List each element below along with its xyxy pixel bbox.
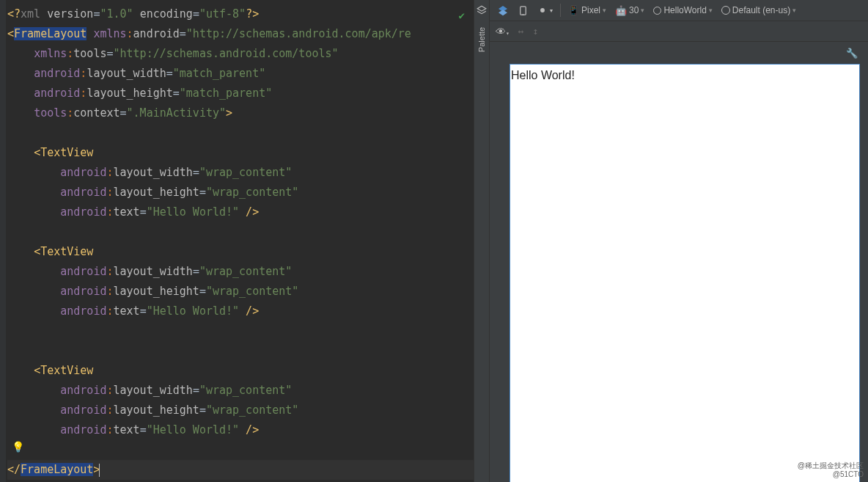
- code-line: android:layout_height="wrap_content": [7, 401, 474, 420]
- code-line: android:layout_width="wrap_content": [7, 262, 474, 282]
- text-caret: [99, 464, 100, 477]
- watermark: @稀土掘金技术社区@51CTO: [798, 461, 864, 479]
- code-line: <FrameLayout xmlns:android="http://schem…: [7, 24, 474, 44]
- code-line: <TextView: [7, 242, 474, 262]
- code-area[interactable]: <?xml version="1.0" encoding="utf-8"?> <…: [0, 0, 474, 480]
- code-line: [7, 341, 474, 361]
- design-canvas[interactable]: 🔧 Hello World! @稀土掘金技术社区@51CTO: [490, 42, 868, 482]
- code-line: android:text="Hello World!" />: [7, 302, 474, 321]
- code-line: xmlns:tools="http://schemas.android.com/…: [7, 44, 474, 64]
- svg-point-4: [540, 8, 545, 12]
- editor-gutter: [0, 0, 6, 482]
- analysis-ok-icon[interactable]: ✔: [459, 6, 465, 26]
- locale-selector[interactable]: Default (en-us): [718, 4, 799, 17]
- palette-tool-window-tab[interactable]: Palette: [474, 0, 490, 482]
- pan-up-icon: ↕: [533, 26, 539, 37]
- preview-textview: Hello World!: [511, 69, 575, 82]
- view-options-icon[interactable]: 🔧: [846, 48, 858, 59]
- visibility-icon[interactable]: 👁▾: [496, 26, 510, 37]
- separator: [560, 4, 561, 17]
- code-line: [7, 321, 474, 341]
- code-line: android:layout_width="wrap_content": [7, 163, 474, 183]
- code-line: android:layout_width="match_parent": [7, 64, 474, 84]
- code-line: <TextView: [7, 143, 474, 163]
- svg-marker-0: [477, 6, 486, 11]
- code-line: [7, 123, 474, 143]
- orientation-icon[interactable]: [515, 4, 532, 18]
- intention-bulb-icon[interactable]: 💡: [12, 437, 24, 457]
- theme-icon: [653, 7, 661, 15]
- pan-left-icon: ↔: [518, 26, 524, 37]
- night-mode-icon[interactable]: ▾: [534, 4, 556, 17]
- api-selector[interactable]: 🤖 30: [612, 4, 647, 18]
- svg-marker-2: [499, 10, 507, 15]
- code-line: <TextView: [7, 361, 474, 381]
- code-line: android:text="Hello World!" />: [7, 420, 474, 440]
- code-line: <?xml version="1.0" encoding="utf-8"?>: [7, 4, 474, 24]
- globe-icon: [721, 6, 730, 15]
- code-line: android:layout_height="wrap_content": [7, 183, 474, 202]
- device-selector[interactable]: 📱 Pixel: [565, 4, 609, 17]
- theme-selector[interactable]: HelloWorld: [650, 4, 715, 17]
- layout-preview-pane: ▾ 📱 Pixel 🤖 30 HelloWorld Default (en-us…: [490, 0, 868, 482]
- code-line: android:layout_width="wrap_content": [7, 381, 474, 401]
- code-line: [7, 222, 474, 242]
- palette-stack-icon: [477, 4, 487, 18]
- code-line: android:layout_height="wrap_content": [7, 282, 474, 302]
- code-line: [7, 440, 474, 460]
- code-editor-pane[interactable]: ✔ 💡 <?xml version="1.0" encoding="utf-8"…: [0, 0, 474, 482]
- code-line: android:layout_height="match_parent": [7, 84, 474, 103]
- android-icon: 🤖: [615, 5, 627, 16]
- code-line: </FrameLayout>: [7, 460, 474, 480]
- device-preview-frame[interactable]: Hello World!: [510, 64, 860, 482]
- code-line: tools:context=".MainActivity">: [7, 103, 474, 123]
- design-surface-icon[interactable]: [494, 3, 512, 18]
- code-line: android:text="Hello World!" />: [7, 202, 474, 222]
- preview-toolbar: ▾ 📱 Pixel 🤖 30 HelloWorld Default (en-us…: [490, 0, 868, 21]
- palette-tab-label: Palette: [477, 27, 486, 52]
- svg-rect-3: [521, 6, 526, 14]
- preview-toolbar-secondary: 👁▾ ↔ ↕: [490, 21, 868, 42]
- main-split: ✔ 💡 <?xml version="1.0" encoding="utf-8"…: [0, 0, 868, 482]
